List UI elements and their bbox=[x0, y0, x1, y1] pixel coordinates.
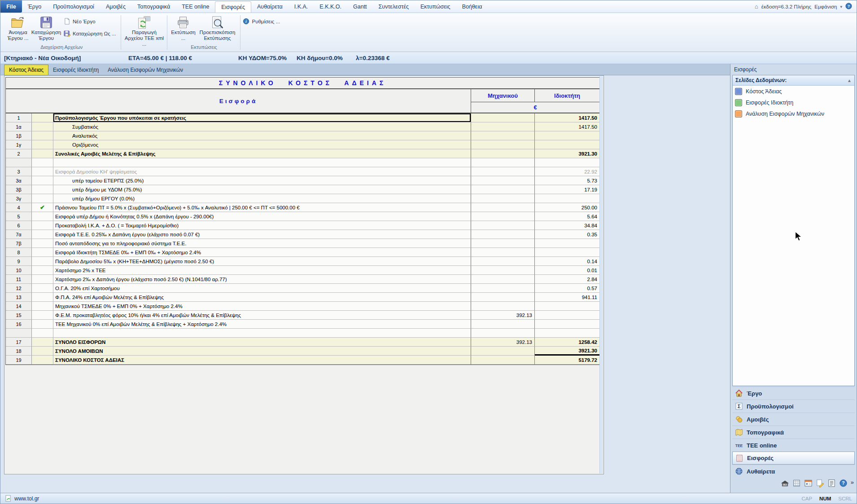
nav-item-Αυθαίρετα[interactable]: Αυθαίρετα bbox=[732, 465, 855, 478]
page-tab-Κόστος Άδειας[interactable]: Κόστος Άδειας bbox=[4, 65, 48, 75]
row-number-cell[interactable]: 11 bbox=[6, 275, 32, 284]
row-number-cell[interactable]: 3 bbox=[6, 167, 32, 176]
description-cell[interactable] bbox=[53, 329, 471, 338]
owner-value-cell[interactable]: 2.84 bbox=[535, 275, 599, 284]
check-cell[interactable] bbox=[32, 275, 53, 284]
new-project-button[interactable]: Νέο Έργο bbox=[64, 18, 116, 25]
engineer-value-cell[interactable] bbox=[471, 257, 535, 266]
status-url[interactable]: www.tol.gr bbox=[14, 495, 39, 502]
description-cell[interactable]: Εισφορά υπέρ Δήμου ή Κοινότητας 0.5% x (… bbox=[53, 212, 471, 221]
owner-value-cell[interactable]: 3921.30 bbox=[535, 347, 599, 356]
row-number-cell[interactable]: 2 bbox=[6, 149, 32, 158]
owner-value-cell[interactable] bbox=[535, 239, 599, 248]
description-cell[interactable]: Χαρτόσημο 2‰ x Δαπάνη έργου (ελάχιστο πο… bbox=[53, 275, 471, 284]
save-project-button[interactable]: Καταχώρηση Έργου bbox=[31, 14, 61, 43]
row-number-cell[interactable]: 6 bbox=[6, 221, 32, 230]
data-pages-header[interactable]: Σελίδες Δεδομένων: ▲ bbox=[733, 75, 854, 86]
row-number-cell[interactable]: 7β bbox=[6, 239, 32, 248]
description-cell[interactable]: ΣΥΝΟΛΙΚΟ ΚΟΣΤΟΣ ΑΔΕΙΑΣ bbox=[53, 356, 471, 365]
engineer-value-cell[interactable] bbox=[471, 149, 535, 158]
print-preview-button[interactable]: Προεπισκόπιση Εκτύπωσης bbox=[197, 14, 238, 43]
description-cell[interactable]: Συμβατικός bbox=[53, 122, 471, 131]
description-cell[interactable]: υπέρ ταμείου ΕΤΕΡΠΣ (25.0%) bbox=[53, 176, 471, 185]
owner-value-cell[interactable]: 5.73 bbox=[535, 176, 599, 185]
owner-value-cell[interactable]: 17.19 bbox=[535, 185, 599, 194]
check-cell[interactable] bbox=[32, 158, 53, 167]
nav-item-Έργο[interactable]: Έργο bbox=[732, 387, 855, 400]
row-number-cell[interactable]: 5 bbox=[6, 212, 32, 221]
file-menu-button[interactable]: File bbox=[0, 0, 22, 13]
engineer-value-cell[interactable] bbox=[471, 122, 535, 131]
check-cell[interactable] bbox=[32, 113, 53, 122]
row-number-cell[interactable]: 19 bbox=[6, 356, 32, 365]
row-number-cell[interactable]: 17 bbox=[6, 338, 32, 347]
engineer-value-cell[interactable] bbox=[471, 329, 535, 338]
page-tab-Ανάλυση Εισφορών Μηχανικών[interactable]: Ανάλυση Εισφορών Μηχανικών bbox=[103, 65, 188, 75]
produce-tee-xml-button[interactable]: Παραγωγή Αρχείου TEE xml ... bbox=[123, 14, 165, 48]
calendar-icon[interactable] bbox=[804, 479, 813, 489]
row-number-cell[interactable]: 3β bbox=[6, 185, 32, 194]
nav-item-Τοπογραφικά[interactable]: Τοπογραφικά bbox=[732, 426, 855, 439]
data-page-item-Κόστος Άδειας[interactable]: Κόστος Άδειας bbox=[733, 86, 854, 97]
row-number-cell[interactable]: 12 bbox=[6, 284, 32, 293]
row-number-cell[interactable]: 16 bbox=[6, 320, 32, 329]
owner-value-cell[interactable] bbox=[535, 311, 599, 320]
description-cell[interactable]: Πράσινου Ταμείου ΠΤ = 5.0% x (Συμβατικό+… bbox=[53, 203, 471, 212]
description-cell[interactable]: Εισφορά Ιδιοκτήτη ΤΣΜΕΔΕ 0‰ + ΕΜΠ 0‰ + Χ… bbox=[53, 248, 471, 257]
owner-value-cell[interactable] bbox=[535, 194, 599, 203]
check-cell[interactable] bbox=[32, 122, 53, 131]
check-cell[interactable] bbox=[32, 302, 53, 311]
table-scrollbar[interactable] bbox=[599, 76, 603, 474]
owner-value-cell[interactable]: 1258.42 bbox=[535, 338, 599, 347]
nav-item-Προϋπολογισμοί[interactable]: ΣΠροϋπολογισμοί bbox=[732, 400, 855, 413]
menu-tab-Εκτυπώσεις[interactable]: Εκτυπώσεις bbox=[415, 0, 456, 13]
description-cell[interactable]: Παράβολο Δημοσίου 5‰ x (ΚΗ+ΤΕΕ+ΔΗΜΟΣ) (μ… bbox=[53, 257, 471, 266]
engineer-value-cell[interactable] bbox=[471, 347, 535, 356]
menu-tab-Εισφορές[interactable]: Εισφορές bbox=[215, 1, 251, 13]
menu-tab-Προϋπολογισμοί[interactable]: Προϋπολογισμοί bbox=[47, 0, 100, 13]
engineer-value-cell[interactable] bbox=[471, 212, 535, 221]
check-cell[interactable] bbox=[32, 176, 53, 185]
engineer-value-cell[interactable] bbox=[471, 185, 535, 194]
menu-tab-Τοπογραφικά[interactable]: Τοπογραφικά bbox=[131, 0, 176, 13]
row-number-cell[interactable]: 18 bbox=[6, 347, 32, 356]
engineer-value-cell[interactable] bbox=[471, 284, 535, 293]
data-page-item-Ανάλυση Εισφορών Μηχανικών[interactable]: Ανάλυση Εισφορών Μηχανικών bbox=[733, 108, 854, 119]
check-cell[interactable] bbox=[32, 248, 53, 257]
row-number-cell[interactable]: 3α bbox=[6, 176, 32, 185]
owner-value-cell[interactable]: 34.84 bbox=[535, 221, 599, 230]
engineer-value-cell[interactable] bbox=[471, 293, 535, 302]
check-cell[interactable] bbox=[32, 140, 53, 149]
description-cell[interactable]: Αναλυτικός bbox=[53, 131, 471, 140]
menu-tab-Ε.Κ.Κ.Ο.[interactable]: Ε.Κ.Κ.Ο. bbox=[314, 0, 347, 13]
owner-value-cell[interactable] bbox=[535, 140, 599, 149]
description-cell[interactable]: Ποσό ανταπόδοσης για το πληροφοριακό σύσ… bbox=[53, 239, 471, 248]
menu-tab-Έργο[interactable]: Έργο bbox=[22, 0, 47, 13]
check-cell[interactable] bbox=[32, 167, 53, 176]
engineer-value-cell[interactable] bbox=[471, 302, 535, 311]
owner-value-cell[interactable] bbox=[535, 329, 599, 338]
engineer-value-cell[interactable] bbox=[471, 113, 535, 122]
check-cell[interactable] bbox=[32, 329, 53, 338]
description-cell[interactable]: Προϋπολογισμός Έργου που υπόκειται σε κρ… bbox=[53, 113, 471, 122]
description-cell[interactable]: Εισφορά Δημοσίου ΚΗ' ψηφίσματος bbox=[53, 167, 471, 176]
engineer-value-cell[interactable] bbox=[471, 230, 535, 239]
collapse-arrow-icon[interactable]: ▲ bbox=[847, 78, 852, 83]
owner-value-cell[interactable]: 1417.50 bbox=[535, 122, 599, 131]
description-cell[interactable]: Φ.Π.Α. 24% επί Αμοιβών Μελέτης & Επίβλεψ… bbox=[53, 293, 471, 302]
help-icon[interactable]: ? bbox=[845, 3, 852, 10]
check-cell[interactable] bbox=[32, 257, 53, 266]
owner-value-cell[interactable]: 250.00 bbox=[535, 203, 599, 212]
engineer-value-cell[interactable] bbox=[471, 248, 535, 257]
description-cell[interactable]: Προκαταβολή Ι.Κ.Α. + Δ.Ο. ( = Τεκμαρτό Η… bbox=[53, 221, 471, 230]
owner-value-cell[interactable]: 5179.72 bbox=[535, 356, 599, 365]
row-number-cell[interactable]: 3γ bbox=[6, 194, 32, 203]
engineer-value-cell[interactable] bbox=[471, 320, 535, 329]
check-cell[interactable] bbox=[32, 212, 53, 221]
menu-tab-Gantt[interactable]: Gantt bbox=[347, 0, 373, 13]
menu-tab-Αμοιβές[interactable]: Αμοιβές bbox=[100, 0, 131, 13]
row-number-cell[interactable]: 1α bbox=[6, 122, 32, 131]
engineer-value-cell[interactable] bbox=[471, 194, 535, 203]
check-cell[interactable] bbox=[32, 239, 53, 248]
check-cell[interactable] bbox=[32, 185, 53, 194]
